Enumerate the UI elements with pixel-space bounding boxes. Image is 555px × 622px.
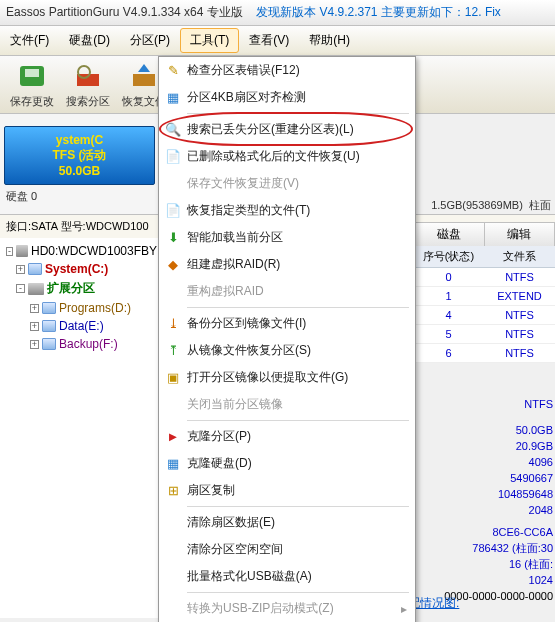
menu-item[interactable]: ⤓备份分区到镜像文件(I) [159, 310, 415, 337]
menu-item[interactable]: ▦克隆硬盘(D) [159, 450, 415, 477]
menu-item-icon: ▦ [163, 456, 183, 472]
menu-bar: 文件(F) 硬盘(D) 分区(P) 工具(T) 查看(V) 帮助(H) [0, 26, 555, 56]
menu-item-label: 打开分区镜像以便提取文件(G) [187, 369, 407, 386]
tree-backup[interactable]: +Backup(F:) [2, 335, 157, 353]
menu-item-label: 已删除或格式化后的文件恢复(U) [187, 148, 407, 165]
menu-item-icon [163, 397, 183, 413]
table-row[interactable]: 5NTFS [413, 325, 555, 344]
volume-icon [28, 263, 42, 275]
menu-item-label: 重构虚拟RAID [187, 283, 407, 300]
menu-item-icon [163, 601, 183, 617]
table-row[interactable]: 0NTFS [413, 268, 555, 287]
menu-tools[interactable]: 工具(T) [180, 28, 239, 53]
menu-item-label: 关闭当前分区镜像 [187, 396, 407, 413]
menu-item[interactable]: ◆组建虚拟RAID(R) [159, 251, 415, 278]
toolbar-save[interactable]: 保存更改 [4, 58, 60, 111]
menu-item-label: 扇区复制 [187, 482, 407, 499]
menu-item-icon [163, 542, 183, 558]
menu-item-icon: 🔍 [163, 122, 183, 138]
disk-tree[interactable]: -HD0:WDCWD1003FBY +System(C:) -扩展分区 +Pro… [0, 238, 160, 618]
search-partition-icon [72, 60, 104, 92]
tools-dropdown: ✎检查分区表错误(F12)▦分区4KB扇区对齐检测🔍搜索已丢失分区(重建分区表)… [158, 56, 416, 622]
menu-item-label: 备份分区到镜像文件(I) [187, 315, 407, 332]
save-icon [16, 60, 48, 92]
disk-size-info: 1.5GB(953869MB) 柱面 [431, 198, 551, 213]
menu-item-label: 保存文件恢复进度(V) [187, 175, 407, 192]
menu-item[interactable]: ▣打开分区镜像以便提取文件(G) [159, 364, 415, 391]
svg-marker-5 [138, 64, 150, 72]
menu-item-label: 批量格式化USB磁盘(A) [187, 568, 407, 585]
menu-item: 保存文件恢复进度(V) [159, 170, 415, 197]
menu-partition[interactable]: 分区(P) [120, 28, 180, 53]
menu-item-label: 转换为USB-ZIP启动模式(Z) [187, 600, 401, 617]
tab-edit[interactable]: 编辑 [485, 223, 555, 246]
menu-item: 重构虚拟RAID [159, 278, 415, 305]
menu-item[interactable]: 清除扇区数据(E) [159, 509, 415, 536]
menu-item-label: 组建虚拟RAID(R) [187, 256, 407, 273]
menu-item[interactable]: ✎检查分区表错误(F12) [159, 57, 415, 84]
volume-icon [42, 320, 56, 332]
col-fs[interactable]: 文件系 [484, 246, 555, 267]
menu-item-label: 智能加载当前分区 [187, 229, 407, 246]
menu-item-icon [163, 515, 183, 531]
menu-item: 转换为USB-ZIP启动模式(Z)▸ [159, 595, 415, 622]
menu-item-icon: ⤒ [163, 343, 183, 359]
menu-item-icon: ⊞ [163, 483, 183, 499]
disk-icon [28, 283, 44, 295]
menu-view[interactable]: 查看(V) [239, 28, 299, 53]
tree-data[interactable]: +Data(E:) [2, 317, 157, 335]
menu-help[interactable]: 帮助(H) [299, 28, 360, 53]
disk-visual: ystem(C TFS (活动 50.0GB 硬盘 0 [0, 114, 160, 214]
menu-item-icon: ► [163, 429, 183, 445]
menu-item-icon: ◆ [163, 257, 183, 273]
table-row[interactable]: 4NTFS [413, 306, 555, 325]
menu-item-icon [163, 284, 183, 300]
partition-details: NTFS 50.0GB 20.9GB 4096 5490667 10485964… [417, 396, 553, 604]
menu-item-icon: ⬇ [163, 230, 183, 246]
menu-item[interactable]: ►克隆分区(P) [159, 423, 415, 450]
table-row[interactable]: 1EXTEND [413, 287, 555, 306]
menu-item-icon: ⤓ [163, 316, 183, 332]
app-title: Eassos PartitionGuru V4.9.1.334 x64 专业版 [6, 5, 243, 19]
recover-file-icon [128, 60, 160, 92]
menu-item-icon: ▦ [163, 90, 183, 106]
disk-label: 硬盘 0 [4, 189, 155, 204]
menu-item[interactable]: ⤒从镜像文件恢复分区(S) [159, 337, 415, 364]
menu-item[interactable]: 批量格式化USB磁盘(A) [159, 563, 415, 590]
menu-item-icon [163, 176, 183, 192]
menu-item[interactable]: ▦分区4KB扇区对齐检测 [159, 84, 415, 111]
volume-icon [42, 338, 56, 350]
svg-rect-1 [25, 69, 39, 77]
menu-item: 关闭当前分区镜像 [159, 391, 415, 418]
menu-item-label: 恢复指定类型的文件(T) [187, 202, 407, 219]
menu-item-label: 检查分区表错误(F12) [187, 62, 407, 79]
menu-item-label: 克隆分区(P) [187, 428, 407, 445]
menu-item[interactable]: 📄已删除或格式化后的文件恢复(U) [159, 143, 415, 170]
menu-item[interactable]: 清除分区空闲空间 [159, 536, 415, 563]
toolbar-search[interactable]: 搜索分区 [60, 58, 116, 111]
menu-item[interactable]: ⬇智能加载当前分区 [159, 224, 415, 251]
menu-item-icon: ▣ [163, 370, 183, 386]
table-row[interactable]: 6NTFS [413, 344, 555, 363]
tree-root[interactable]: -HD0:WDCWD1003FBY [2, 242, 157, 260]
menu-item-label: 清除扇区数据(E) [187, 514, 407, 531]
tree-programs[interactable]: +Programs(D:) [2, 299, 157, 317]
update-notice[interactable]: 发现新版本 V4.9.2.371 主要更新如下：12. Fix [256, 5, 501, 19]
col-seq[interactable]: 序号(状态) [413, 246, 484, 267]
tree-system[interactable]: +System(C:) [2, 260, 157, 278]
tree-extended[interactable]: -扩展分区 [2, 278, 157, 299]
partition-block-system[interactable]: ystem(C TFS (活动 50.0GB [4, 126, 155, 185]
partition-table: 序号(状态) 文件系 0NTFS1EXTEND4NTFS5NTFS6NTFS [413, 246, 555, 363]
menu-file[interactable]: 文件(F) [0, 28, 59, 53]
menu-item[interactable]: ⊞扇区复制 [159, 477, 415, 504]
menu-item-icon: ✎ [163, 63, 183, 79]
menu-item[interactable]: 🔍搜索已丢失分区(重建分区表)(L) [159, 116, 415, 143]
disk-icon [16, 245, 28, 257]
menu-item-icon: 📄 [163, 149, 183, 165]
menu-item[interactable]: 📄恢复指定类型的文件(T) [159, 197, 415, 224]
volume-icon [42, 302, 56, 314]
menu-item-label: 克隆硬盘(D) [187, 455, 407, 472]
menu-disk[interactable]: 硬盘(D) [59, 28, 120, 53]
tab-disk[interactable]: 磁盘 [414, 223, 485, 246]
menu-item-icon: 📄 [163, 203, 183, 219]
